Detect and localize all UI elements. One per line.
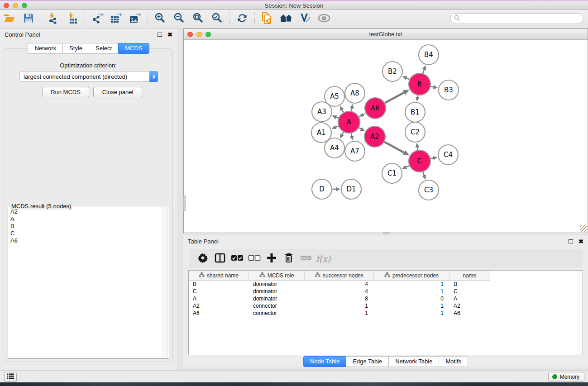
tab-style[interactable]: Style	[62, 43, 89, 54]
column-header-name[interactable]: name	[449, 271, 490, 281]
open-session-button[interactable]	[0, 11, 19, 27]
save-session-button[interactable]	[19, 11, 38, 27]
graph-node-C2[interactable]: C2	[405, 122, 425, 142]
delete-row-button[interactable]	[280, 251, 297, 267]
mcds-result-item[interactable]: A	[9, 215, 163, 223]
float-panel-icon[interactable]	[569, 239, 573, 243]
graph-edge-C-C3[interactable]	[422, 172, 426, 180]
graph-node-C3[interactable]: C3	[419, 180, 439, 200]
zoom-in-button[interactable]	[151, 11, 170, 27]
export-image-button[interactable]	[126, 11, 145, 27]
table-row[interactable]: A2connector11A2	[189, 302, 583, 310]
clone-network-button[interactable]	[258, 11, 277, 27]
add-row-button[interactable]	[263, 251, 280, 267]
column-header-mcds-role[interactable]: MCDS role	[249, 271, 305, 281]
table-row[interactable]: Adominator80A	[189, 295, 583, 302]
graph-node-B[interactable]: B	[409, 73, 430, 95]
column-header-shared-name[interactable]: shared name	[189, 271, 249, 281]
mcds-result-item[interactable]: C	[9, 230, 163, 237]
graph-node-A2[interactable]: A2	[364, 126, 385, 147]
column-header-predecessor-nodes[interactable]: predecessor nodes	[374, 271, 449, 281]
graph-node-D1[interactable]: D1	[341, 179, 361, 199]
graph-node-A8[interactable]: A8	[345, 83, 365, 103]
column-header-successor-nodes[interactable]: successor nodes	[305, 271, 374, 281]
show-columns-button[interactable]	[211, 251, 229, 267]
graph-node-A3[interactable]: A3	[312, 102, 332, 122]
search-input[interactable]	[462, 15, 583, 22]
network-resize-grip[interactable]	[580, 225, 587, 232]
graph-node-C1[interactable]: C1	[382, 163, 402, 183]
graph-node-B2[interactable]: B2	[382, 62, 402, 81]
tab-edge-table[interactable]: Edge Table	[346, 356, 388, 367]
graph-node-D[interactable]: D	[312, 179, 332, 199]
zoom-fit-button[interactable]	[189, 11, 208, 27]
table-scrollbar[interactable]	[577, 271, 583, 355]
tab-motifs[interactable]: Motifs	[439, 356, 468, 367]
graph-node-B1[interactable]: B1	[405, 102, 425, 122]
delete-table-button[interactable]	[297, 251, 315, 267]
network-left-splitter-grip[interactable]	[183, 195, 186, 211]
graph-node-A4[interactable]: A4	[325, 138, 344, 158]
mcds-result-item[interactable]: A6	[9, 237, 163, 244]
graph-edge-D-D1[interactable]	[332, 187, 340, 191]
tab-network-table[interactable]: Network Table	[388, 356, 439, 367]
export-network-button[interactable]	[88, 11, 107, 27]
close-panel-button[interactable]: Close panel	[93, 87, 142, 97]
graph-edge-B-B1[interactable]	[416, 95, 420, 102]
graph-edge-C-C1[interactable]	[402, 165, 409, 169]
table-row[interactable]: Cdominator41C	[189, 288, 583, 295]
graph-node-C4[interactable]: C4	[438, 145, 458, 165]
search-field[interactable]	[450, 13, 583, 24]
tab-select[interactable]: Select	[89, 43, 118, 54]
zoom-out-button[interactable]	[170, 11, 189, 27]
mcds-result-item[interactable]: B	[9, 223, 163, 230]
zoom-selected-button[interactable]	[208, 11, 227, 27]
select-all-button[interactable]	[229, 251, 246, 267]
function-builder-button[interactable]: f(x)	[315, 251, 332, 267]
graph-edge-C-C2[interactable]	[416, 143, 420, 150]
refresh-view-button[interactable]	[233, 11, 252, 27]
graph-edge-B-B4[interactable]	[422, 65, 426, 73]
import-table-button[interactable]	[63, 11, 82, 27]
network-window-titlebar[interactable]: testGlobe.txt	[184, 29, 588, 40]
network-graph-canvas[interactable]: B4B2BB3B1A5A8A6A3AA1C2A4A7A2CC4C1C3DD1	[184, 40, 588, 233]
tab-mcds[interactable]: MCDS	[118, 43, 149, 54]
tab-network[interactable]: Network	[28, 43, 62, 54]
graph-edge-A-A3[interactable]	[332, 115, 338, 119]
memory-button[interactable]: Memory	[548, 372, 584, 381]
graph-edge-A-A2[interactable]	[359, 127, 365, 131]
graph-edge-A-A4[interactable]	[340, 132, 344, 138]
graph-edge-B-B2[interactable]	[402, 76, 410, 80]
criterion-dropdown[interactable]: largest connected component (directed)	[19, 71, 158, 82]
graph-node-A7[interactable]: A7	[345, 141, 365, 161]
graph-node-C[interactable]: C	[409, 150, 430, 172]
graph-edge-A-A5[interactable]	[340, 106, 344, 112]
graph-node-B4[interactable]: B4	[419, 45, 439, 65]
apply-style-button[interactable]	[296, 11, 315, 27]
graph-edge-A-A7[interactable]	[350, 133, 354, 140]
show-all-views-button[interactable]	[277, 11, 296, 27]
task-history-button[interactable]	[4, 372, 17, 381]
table-row[interactable]: Bdominator41B	[189, 281, 583, 288]
graph-edge-A6-B[interactable]	[385, 90, 409, 103]
float-panel-icon[interactable]	[158, 33, 162, 37]
graph-edge-B-B3[interactable]	[430, 85, 438, 89]
graph-edge-A-A8[interactable]	[350, 104, 354, 111]
graph-edge-A-A1[interactable]	[331, 125, 338, 129]
show-hide-button[interactable]	[315, 11, 334, 27]
tab-node-table[interactable]: Node Table	[303, 356, 346, 367]
graph-edge-A-A6[interactable]	[359, 114, 365, 118]
table-options-button[interactable]	[194, 251, 211, 267]
export-table-button[interactable]	[107, 11, 126, 27]
close-panel-icon[interactable]: ✖	[578, 238, 583, 244]
run-mcds-button[interactable]: Run MCDS	[42, 87, 89, 97]
mcds-result-item[interactable]: A2	[9, 208, 163, 215]
table-row[interactable]: A6connector11A6	[189, 310, 583, 317]
graph-node-A6[interactable]: A6	[365, 98, 386, 119]
network-bottom-splitter-grip[interactable]	[383, 232, 390, 234]
import-network-button[interactable]	[44, 11, 63, 27]
graph-edge-C-C4[interactable]	[430, 156, 437, 160]
graph-node-A[interactable]: A	[338, 111, 360, 133]
mcds-result-scrollbar[interactable]	[163, 207, 168, 358]
close-panel-icon[interactable]: ✖	[167, 32, 172, 38]
